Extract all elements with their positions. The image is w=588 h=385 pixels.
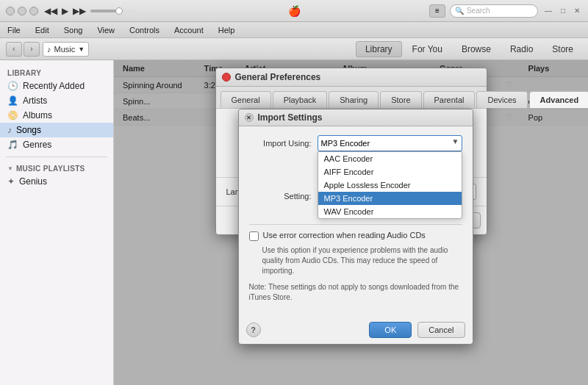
- albums-label: Albums: [23, 110, 52, 120]
- title-bar-right: ≡ 🔍 Search — □ ✕: [429, 4, 582, 18]
- import-cancel-button[interactable]: Cancel: [417, 322, 465, 338]
- dialog-close-button[interactable]: ✕: [222, 73, 231, 82]
- volume-slider[interactable]: [90, 10, 135, 12]
- music-dropdown-arrow: ▼: [78, 46, 85, 53]
- tab-library[interactable]: Library: [356, 41, 402, 57]
- menu-account[interactable]: Account: [173, 26, 205, 35]
- minimize-btn[interactable]: [18, 7, 26, 15]
- import-body: Import Using: MP3 Encoder ▼ AAC Encoder …: [239, 126, 473, 317]
- import-help-button[interactable]: ?: [246, 323, 261, 337]
- dropdown-wav[interactable]: WAV Encoder: [318, 205, 462, 218]
- playlists-section[interactable]: ▼ Music Playlists: [0, 162, 113, 174]
- tab-playback[interactable]: Playback: [273, 91, 328, 108]
- dropdown-aac[interactable]: AAC Encoder: [318, 152, 462, 165]
- close-btn[interactable]: [6, 7, 15, 15]
- menu-view[interactable]: View: [96, 26, 116, 35]
- volume-thumb: [115, 7, 123, 15]
- search-placeholder: Search: [467, 7, 490, 15]
- search-box[interactable]: 🔍 Search: [450, 4, 538, 18]
- import-close-button[interactable]: ✕: [245, 113, 254, 122]
- error-correction-checkbox[interactable]: [249, 231, 259, 241]
- tab-advanced[interactable]: Advanced: [529, 91, 588, 108]
- close-window-button[interactable]: ✕: [572, 7, 582, 15]
- import-action-buttons: OK Cancel: [369, 322, 465, 338]
- import-using-row: Import Using: MP3 Encoder ▼ AAC Encoder …: [249, 135, 462, 151]
- forward-button[interactable]: ▶▶: [73, 6, 86, 16]
- songs-label: Songs: [16, 125, 41, 135]
- menu-help[interactable]: Help: [217, 26, 237, 35]
- menu-edit[interactable]: Edit: [34, 26, 51, 35]
- sidebar-item-artists[interactable]: 👤 Artists: [0, 93, 113, 108]
- import-ok-button[interactable]: OK: [369, 322, 412, 338]
- tab-devices[interactable]: Devices: [476, 91, 527, 108]
- genres-icon: 🎵: [7, 140, 18, 150]
- sidebar: Library 🕒 Recently Added 👤 Artists 📀 Alb…: [0, 60, 114, 385]
- sidebar-item-genius[interactable]: ✦ Genius: [0, 174, 113, 189]
- genres-label: Genres: [23, 140, 51, 150]
- nav-tabs: Library For You Browse Radio Store: [356, 41, 582, 57]
- playback-controls: ◀◀ ▶ ▶▶: [44, 6, 135, 16]
- list-view-button[interactable]: ≡: [429, 4, 445, 18]
- rewind-button[interactable]: ◀◀: [44, 6, 57, 16]
- import-store-note: Note: These settings do not apply to son…: [249, 282, 462, 303]
- import-settings-dialog: ✕ Import Settings Import Using: MP3 Enco…: [238, 109, 473, 345]
- tab-browse[interactable]: Browse: [453, 42, 500, 57]
- search-icon: 🔍: [455, 7, 464, 15]
- menu-bar: File Edit Song View Controls Account Hel…: [0, 22, 588, 38]
- music-icon: ♪: [47, 45, 51, 54]
- maximize-window-button[interactable]: □: [559, 7, 567, 15]
- nav-arrows: ‹ ›: [6, 42, 40, 57]
- import-divider: [249, 224, 462, 225]
- tab-for-you[interactable]: For You: [404, 42, 451, 57]
- apple-logo: 🍎: [288, 5, 301, 17]
- albums-icon: 📀: [7, 110, 18, 120]
- import-title-bar: ✕ Import Settings: [239, 109, 473, 126]
- dialog-overlay: ✕ General Preferences General Playback S…: [114, 60, 588, 385]
- artists-icon: 👤: [7, 96, 18, 106]
- tab-general[interactable]: General: [220, 91, 271, 108]
- import-button-row: ? OK Cancel: [239, 317, 473, 344]
- dropdown-mp3[interactable]: MP3 Encoder: [318, 192, 462, 205]
- sidebar-divider: [6, 156, 107, 157]
- general-prefs-title-bar: ✕ General Preferences: [216, 68, 487, 87]
- import-using-select[interactable]: MP3 Encoder: [318, 135, 462, 151]
- dialog-tabs: General Playback Sharing Store Parental …: [216, 87, 487, 109]
- sidebar-item-albums[interactable]: 📀 Albums: [0, 108, 113, 123]
- music-label: Music: [54, 45, 76, 54]
- genius-icon: ✦: [7, 176, 15, 187]
- back-button[interactable]: ‹: [6, 42, 22, 57]
- minimize-window-button[interactable]: —: [542, 7, 554, 15]
- general-prefs-dialog: ✕ General Preferences General Playback S…: [215, 68, 487, 235]
- import-dialog-title: Import Settings: [258, 112, 323, 123]
- library-section-title: Library: [0, 66, 113, 79]
- recently-added-icon: 🕒: [7, 81, 18, 91]
- sidebar-item-genres[interactable]: 🎵 Genres: [0, 137, 113, 152]
- error-correction-label: Use error correction when reading Audio …: [263, 231, 426, 240]
- songs-icon: ♪: [7, 125, 12, 135]
- nav-bar: ‹ › ♪ Music ▼ Library For You Browse Rad…: [0, 38, 588, 60]
- main-area: Library 🕒 Recently Added 👤 Artists 📀 Alb…: [0, 60, 588, 385]
- maximize-btn[interactable]: [29, 7, 38, 15]
- dropdown-apple-lossless[interactable]: Apple Lossless Encoder: [318, 179, 462, 192]
- tab-sharing[interactable]: Sharing: [329, 91, 379, 108]
- artists-label: Artists: [23, 96, 47, 106]
- forward-button[interactable]: ›: [24, 42, 40, 57]
- sidebar-item-songs[interactable]: ♪ Songs: [0, 123, 113, 137]
- content-area: Name Time Artist Album Genre Plays Spinn…: [114, 60, 588, 385]
- tab-store[interactable]: Store: [543, 42, 582, 57]
- menu-controls[interactable]: Controls: [128, 26, 161, 35]
- music-selector[interactable]: ♪ Music ▼: [43, 42, 89, 57]
- sidebar-item-recently-added[interactable]: 🕒 Recently Added: [0, 79, 113, 93]
- title-bar: ◀◀ ▶ ▶▶ 🍎 ≡ 🔍 Search — □ ✕: [0, 0, 588, 22]
- play-button[interactable]: ▶: [62, 6, 68, 16]
- tab-store[interactable]: Store: [380, 91, 421, 108]
- genius-label: Genius: [19, 176, 47, 187]
- menu-file[interactable]: File: [6, 26, 22, 35]
- menu-song[interactable]: Song: [62, 26, 85, 35]
- dropdown-aiff[interactable]: AIFF Encoder: [318, 165, 462, 179]
- tab-radio[interactable]: Radio: [501, 42, 542, 57]
- import-using-select-wrapper: MP3 Encoder ▼ AAC Encoder AIFF Encoder A…: [318, 135, 462, 151]
- tab-parental[interactable]: Parental: [423, 91, 476, 108]
- recently-added-label: Recently Added: [23, 81, 85, 91]
- import-dropdown-list: AAC Encoder AIFF Encoder Apple Lossless …: [318, 151, 462, 219]
